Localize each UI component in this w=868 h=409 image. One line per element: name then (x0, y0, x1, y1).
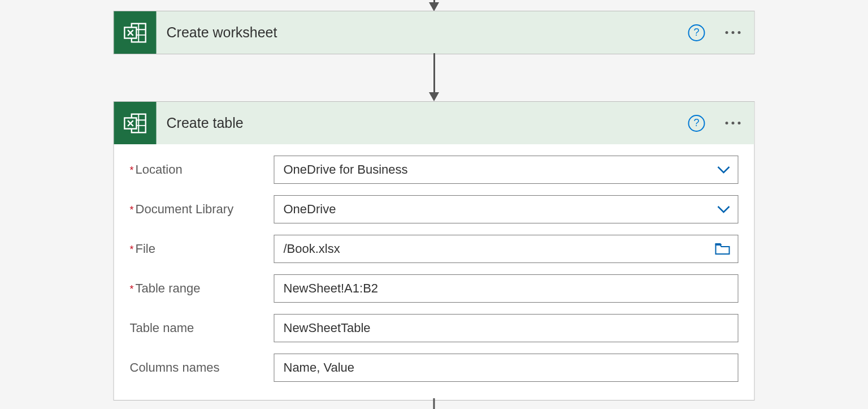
required-asterisk: * (130, 283, 134, 295)
field-input-wrapper (274, 235, 739, 263)
field-input-wrapper (274, 314, 739, 342)
more-menu-icon[interactable] (721, 122, 745, 124)
help-icon[interactable]: ? (688, 115, 705, 132)
flow-connector (433, 398, 435, 409)
flow-connector (429, 0, 439, 11)
field-input[interactable] (274, 235, 739, 263)
field-label-text: Table name (130, 321, 194, 335)
field-label: *Table range (130, 281, 274, 296)
field-label: *File (130, 242, 274, 256)
action-card-header[interactable]: Create worksheet ? (114, 11, 754, 54)
action-card-header[interactable]: Create table ? (114, 102, 754, 144)
excel-icon (114, 11, 157, 54)
action-title: Create worksheet (157, 24, 688, 41)
field-label-text: Columns names (130, 360, 220, 375)
more-menu-icon[interactable] (721, 31, 745, 34)
required-asterisk: * (130, 244, 134, 256)
form-row: Table name (130, 314, 739, 342)
action-card-body: *Location*Document Library*File*Table ra… (114, 144, 754, 400)
field-input[interactable] (274, 195, 739, 223)
field-input-wrapper (274, 195, 739, 223)
field-label-text: Document Library (136, 202, 234, 217)
excel-icon (114, 102, 157, 144)
field-input[interactable] (274, 354, 739, 382)
field-label-text: File (136, 242, 155, 256)
form-row: *Location (130, 156, 739, 184)
field-input-wrapper (274, 274, 739, 303)
required-asterisk: * (130, 165, 134, 176)
action-card-create-worksheet[interactable]: Create worksheet ? (114, 11, 755, 54)
field-label-text: Location (136, 162, 183, 177)
help-icon[interactable]: ? (688, 24, 705, 41)
form-row: Columns names (130, 354, 739, 382)
required-asterisk: * (130, 204, 134, 216)
action-title: Create table (157, 115, 688, 131)
form-row: *File (130, 235, 739, 263)
field-input-wrapper (274, 354, 739, 382)
field-label-text: Table range (136, 281, 201, 296)
field-input[interactable] (274, 156, 739, 184)
form-row: *Table range (130, 274, 739, 303)
field-label: *Location (130, 162, 274, 177)
field-input[interactable] (274, 314, 739, 342)
field-input[interactable] (274, 274, 739, 303)
field-label: Table name (130, 321, 274, 335)
field-label: *Document Library (130, 202, 274, 217)
action-card-create-table[interactable]: Create table ? *Location*Document Librar… (114, 101, 755, 401)
form-row: *Document Library (130, 195, 739, 223)
field-input-wrapper (274, 156, 739, 184)
flow-connector (429, 53, 439, 101)
field-label: Columns names (130, 360, 274, 375)
